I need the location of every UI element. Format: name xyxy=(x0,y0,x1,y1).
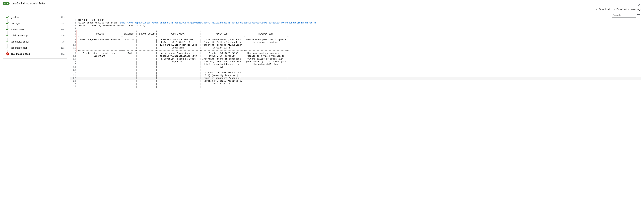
task-list: git-clone12spackage40sscan-source19sbuil… xyxy=(3,12,67,58)
log-text: | | | | | (version 3.2.sp2), resolved by… xyxy=(78,80,641,82)
line-number: 10 xyxy=(70,44,78,46)
task-label: scan-source xyxy=(11,28,61,31)
log-line: 12+--------------------------------+----… xyxy=(70,49,641,52)
log-text: | Fixable Severity at least | HIGH | - |… xyxy=(78,52,641,55)
download-icon xyxy=(596,8,598,10)
line-number: 17 xyxy=(70,63,78,66)
filter-icon[interactable] xyxy=(637,14,640,17)
log-line: 25| | | | | | | xyxy=(70,85,641,88)
download-all-button[interactable]: Download all tasks logs xyxy=(613,8,641,10)
task-item-acs-deploy-check[interactable]: acs-deploy-check7s xyxy=(3,38,67,45)
download-label: Download xyxy=(599,8,610,10)
task-label: acs-image-scan xyxy=(11,46,61,49)
log-line: 9| | | | before 1.3.3 DiskFileItem | (se… xyxy=(70,41,641,44)
log-line: 16| | | | Important | 'commons_fileuploa… xyxy=(70,60,641,63)
task-item-acs-image-check[interactable]: acs-image-check15s xyxy=(3,51,67,57)
task-time: 47s xyxy=(61,34,64,37)
line-number: 5 xyxy=(70,30,78,33)
line-number: 13 xyxy=(70,52,78,55)
log-text: | | | | Execution | (version 1.3.1) | | xyxy=(78,46,641,49)
download-button[interactable]: Download xyxy=(596,8,610,10)
task-time: 15s xyxy=(61,53,64,55)
task-item-build-sign-image[interactable]: build-sign-image47s xyxy=(3,32,67,38)
log-line: 2Policy check results for image: quay-rw… xyxy=(70,22,641,24)
log-text: | | | | | 1.5 | | xyxy=(78,66,641,68)
log-text: | | | | | | | xyxy=(78,85,641,88)
task-time: 19s xyxy=(61,28,64,31)
task-item-git-clone[interactable]: git-clone12s xyxy=(3,14,67,20)
svg-rect-3 xyxy=(638,16,639,16)
line-number: 14 xyxy=(70,55,78,58)
log-text: | | | | a Severity Rating at least | Imp… xyxy=(78,58,641,60)
log-line: 4 xyxy=(70,27,641,30)
log-line: 24| | | | | version 3.2.6 | | xyxy=(70,82,641,85)
log-text: | | | | | 8.1) (severity Important) | | xyxy=(78,74,641,77)
page-title: user2-villain-run-build-5s9wl xyxy=(12,2,46,5)
log-line: 6| POLICY | SEVERITY | BREAKS BUILD | DE… xyxy=(70,33,641,36)
task-item-scan-source[interactable]: scan-source19s xyxy=(3,26,67,32)
task-label: git-clone xyxy=(11,16,61,18)
download-icon xyxy=(613,8,616,10)
line-number: 20 xyxy=(70,72,78,74)
line-number: 18 xyxy=(70,66,78,68)
log-text: | | | | Important | 'commons_fileupload'… xyxy=(78,60,641,63)
image-link[interactable]: quay-rw97m.apps.cluster-rw97m.sandbox266… xyxy=(120,22,316,24)
check-icon xyxy=(6,40,9,43)
log-panel: 1STEP-ROX-IMAGE-CHECK2Policy check resul… xyxy=(70,12,641,88)
log-line: 14| Important | | | fixable vulnerabilit… xyxy=(70,55,641,58)
line-number: 7 xyxy=(70,36,78,38)
task-time: 12s xyxy=(61,16,64,18)
log-text: | POLICY | SEVERITY | BREAKS BUILD | DES… xyxy=(78,33,641,36)
line-number: 16 xyxy=(70,60,78,63)
task-item-package[interactable]: package40s xyxy=(3,20,67,26)
line-number: 22 xyxy=(70,77,78,80)
log-text: | | | | before 1.3.3 DiskFileItem | (sev… xyxy=(78,41,641,44)
line-number: 1 xyxy=(70,19,78,22)
fail-icon xyxy=(6,52,9,56)
check-icon xyxy=(6,22,9,25)
log-line: 13| Fixable Severity at least | HIGH | -… xyxy=(70,52,641,55)
line-number: 8 xyxy=(70,38,78,41)
line-number: 15 xyxy=(70,58,78,60)
log-text: Policy check results for image: quay-rw9… xyxy=(78,22,641,24)
task-time: 7s xyxy=(62,40,64,43)
log-line: 10| | | | File Manipulation Remote Code … xyxy=(70,44,641,46)
download-all-label: Download all tasks logs xyxy=(616,8,641,10)
log-line: 7+--------------------------------+-----… xyxy=(70,36,641,38)
task-item-acs-image-scan[interactable]: acs-image-scan12s xyxy=(3,45,67,51)
close-button[interactable]: × xyxy=(638,2,640,7)
log-text: | | | | | | | xyxy=(78,69,641,72)
log-text: | Important | | | fixable vulnerabilitie… xyxy=(78,55,641,58)
line-number: 25 xyxy=(70,85,78,88)
log-line: 21| | | | | 8.1) (severity Important) | … xyxy=(70,74,641,77)
log-line: 17| | | | | 1.3.1), resolved by version … xyxy=(70,63,641,66)
log-line: 1STEP-ROX-IMAGE-CHECK xyxy=(70,19,641,22)
log-text: +--------------------------------+------… xyxy=(78,30,641,33)
line-number: 12 xyxy=(70,49,78,52)
line-number: 19 xyxy=(70,69,78,72)
log-line: 18| | | | | 1.5 | | xyxy=(70,66,641,68)
line-number: 11 xyxy=(70,46,78,49)
log-text: STEP-ROX-IMAGE-CHECK xyxy=(78,19,641,22)
check-icon xyxy=(6,46,9,50)
line-number: 23 xyxy=(70,80,78,82)
log-text: | | | | | found in component 'quarkus' |… xyxy=(78,77,641,80)
line-number: 2 xyxy=(70,22,78,24)
svg-rect-1 xyxy=(637,14,640,15)
check-icon xyxy=(6,28,9,31)
svg-rect-2 xyxy=(638,15,640,15)
log-text: +--------------------------------+------… xyxy=(78,36,641,38)
log-line: 23| | | | | (version 3.2.sp2), resolved … xyxy=(70,80,641,82)
log-line: 11| | | | Execution | (version 1.3.1) | … xyxy=(70,46,641,49)
log-line: 20| | | | | - Fixable CVE-2023-4853 (CVS… xyxy=(70,72,641,74)
log-line: 8| OpenCodeQuest-CVE-2016-1000031 | CRIT… xyxy=(70,38,641,41)
log-text: | | | | File Manipulation Remote Code | … xyxy=(78,44,641,46)
task-label: acs-deploy-check xyxy=(11,40,62,43)
line-number: 4 xyxy=(70,27,78,30)
log-body: 1STEP-ROX-IMAGE-CHECK2Policy check resul… xyxy=(70,19,641,88)
line-number: 6 xyxy=(70,33,78,36)
search-input[interactable] xyxy=(612,13,636,18)
line-number: 24 xyxy=(70,82,78,85)
log-text: (TOTAL: 3, LOW: 1, MEDIUM: 0, HIGH: 1, C… xyxy=(78,24,641,27)
task-time: 12s xyxy=(61,46,64,49)
